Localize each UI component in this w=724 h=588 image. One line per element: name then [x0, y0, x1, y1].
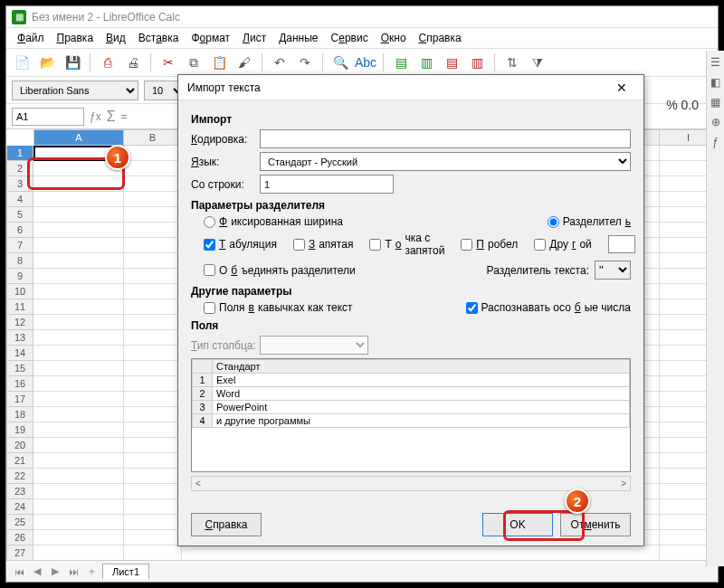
fromrow-input[interactable] [260, 175, 394, 194]
sidebar-properties-icon[interactable]: ☰ [709, 56, 723, 71]
import-section: Импорт [191, 113, 631, 126]
row-header[interactable]: 19 [6, 422, 33, 438]
row-header[interactable]: 12 [6, 315, 33, 330]
sum-icon[interactable]: Σ [107, 109, 116, 125]
name-box[interactable] [12, 108, 84, 126]
del-col-icon[interactable]: ▥ [467, 52, 487, 72]
sheet-tab-1[interactable]: Лист1 [102, 564, 149, 579]
row-header[interactable]: 10 [6, 284, 33, 299]
close-icon[interactable]: ✕ [609, 75, 634, 100]
menu-format[interactable]: Формат [186, 30, 235, 46]
menu-tools[interactable]: Сервис [326, 30, 374, 46]
find-icon[interactable]: 🔍 [330, 52, 350, 72]
copy-icon[interactable]: ⧉ [184, 52, 204, 72]
print-icon[interactable]: 🖨 [123, 52, 143, 72]
quoted-text-check[interactable]: Поля в кавычках как текст [204, 301, 353, 314]
language-select[interactable]: Стандарт - Русский [260, 152, 631, 171]
menu-data[interactable]: Данные [273, 30, 323, 46]
tab-last-icon[interactable]: ⏭ [66, 566, 81, 577]
row-header[interactable]: 26 [6, 530, 33, 545]
format-paint-icon[interactable]: 🖌 [234, 52, 254, 72]
redo-icon[interactable]: ↷ [295, 52, 315, 72]
spellcheck-icon[interactable]: Abc [356, 52, 376, 72]
row-header[interactable]: 24 [6, 499, 33, 515]
comma-check[interactable]: Запятая [293, 238, 353, 251]
row-header[interactable]: 7 [6, 238, 33, 253]
other-delim-input[interactable] [608, 235, 635, 253]
preview-table[interactable]: Стандарт 1Exel 2Word 3PowerPoint 4и друг… [191, 358, 631, 472]
text-delim-select[interactable]: " [595, 261, 631, 280]
sidebar-fn-icon[interactable]: ƒ [709, 136, 723, 150]
row-header[interactable]: 3 [6, 176, 33, 192]
row-header[interactable]: 23 [6, 484, 33, 499]
sidebar-styles-icon[interactable]: ◧ [709, 76, 723, 90]
undo-icon[interactable]: ↶ [270, 52, 290, 72]
row-header[interactable]: 22 [6, 469, 33, 484]
space-check[interactable]: Пробел [461, 238, 518, 251]
new-icon[interactable]: 📄 [12, 52, 32, 72]
row-header[interactable]: 2 [6, 161, 33, 176]
paste-icon[interactable]: 📋 [209, 52, 229, 72]
col-header-b[interactable]: B [124, 129, 182, 146]
sidebar-gallery-icon[interactable]: ▦ [709, 96, 723, 110]
language-label: Язык: [191, 156, 260, 168]
del-row-icon[interactable]: ▤ [442, 52, 462, 72]
save-icon[interactable]: 💾 [62, 52, 82, 72]
window-title: Без имени 2 - LibreOffice Calc [32, 11, 180, 24]
fields-section: Поля [191, 319, 631, 332]
row-header[interactable]: 13 [6, 330, 33, 346]
menu-window[interactable]: Окно [376, 30, 412, 46]
row-header[interactable]: 20 [6, 438, 33, 453]
sidebar: ☰ ◧ ▦ ⊕ ƒ [706, 51, 724, 566]
equals-icon[interactable]: = [121, 110, 128, 123]
row-icon[interactable]: ▤ [391, 52, 411, 72]
encoding-select[interactable]: Юникод (UTF-16) [260, 129, 631, 148]
tab-prev-icon[interactable]: ◀ [30, 565, 44, 577]
tab-first-icon[interactable]: ⏮ [12, 566, 26, 577]
row-header[interactable]: 27 [6, 545, 33, 560]
menu-view[interactable]: Вид [100, 30, 131, 46]
col-icon[interactable]: ▥ [416, 52, 436, 72]
tab-next-icon[interactable]: ▶ [48, 565, 62, 577]
preview-hscroll[interactable]: <> [191, 476, 631, 491]
row-header[interactable]: 18 [6, 407, 33, 422]
row-header[interactable]: 6 [6, 223, 33, 238]
cut-icon[interactable]: ✂ [158, 52, 178, 72]
other-check[interactable]: Другой [534, 238, 591, 251]
menu-help[interactable]: Справка [414, 30, 467, 46]
cancel-button[interactable]: Отменить [560, 513, 631, 536]
menu-insert[interactable]: Вставка [133, 30, 185, 46]
row-header[interactable]: 16 [6, 376, 33, 392]
row-header[interactable]: 8 [6, 253, 33, 269]
separator-radio[interactable]: Разделитель [548, 215, 631, 228]
ok-button[interactable]: OK [482, 513, 553, 536]
row-header[interactable]: 14 [6, 346, 33, 361]
sort-icon[interactable]: ⇅ [502, 52, 522, 72]
row-header[interactable]: 25 [6, 515, 33, 530]
row-header[interactable]: 17 [6, 392, 33, 407]
open-icon[interactable]: 📂 [37, 52, 57, 72]
row-header[interactable]: 5 [6, 207, 33, 223]
detect-numbers-check[interactable]: Распознавать особые числа [466, 301, 631, 314]
row-header[interactable]: 11 [6, 299, 33, 315]
sidebar-nav-icon[interactable]: ⊕ [709, 116, 723, 130]
menu-file[interactable]: Файл [12, 30, 50, 46]
font-name-select[interactable]: Liberation Sans [12, 81, 138, 100]
filter-icon[interactable]: ⧩ [528, 52, 548, 72]
menu-sheet[interactable]: Лист [237, 30, 272, 46]
function-wizard-icon[interactable]: ƒх [90, 110, 101, 123]
row-header[interactable]: 1 [6, 146, 33, 161]
tab-add-icon[interactable]: ＋ [84, 564, 99, 578]
row-header[interactable]: 15 [6, 361, 33, 376]
row-header[interactable]: 9 [6, 269, 33, 284]
col-header-a[interactable]: A [33, 129, 124, 146]
help-button[interactable]: Справка [191, 513, 262, 536]
row-header[interactable]: 4 [6, 192, 33, 207]
export-pdf-icon[interactable]: ⎙ [98, 52, 118, 72]
fixed-width-radio[interactable]: Фиксированная ширина [204, 215, 343, 228]
tab-check[interactable]: Табуляция [204, 238, 277, 251]
semicolon-check[interactable]: Точка с запятой [369, 232, 444, 257]
menu-edit[interactable]: Правка [52, 30, 100, 46]
merge-check[interactable]: Объединять разделители [204, 264, 356, 277]
row-header[interactable]: 21 [6, 453, 33, 469]
